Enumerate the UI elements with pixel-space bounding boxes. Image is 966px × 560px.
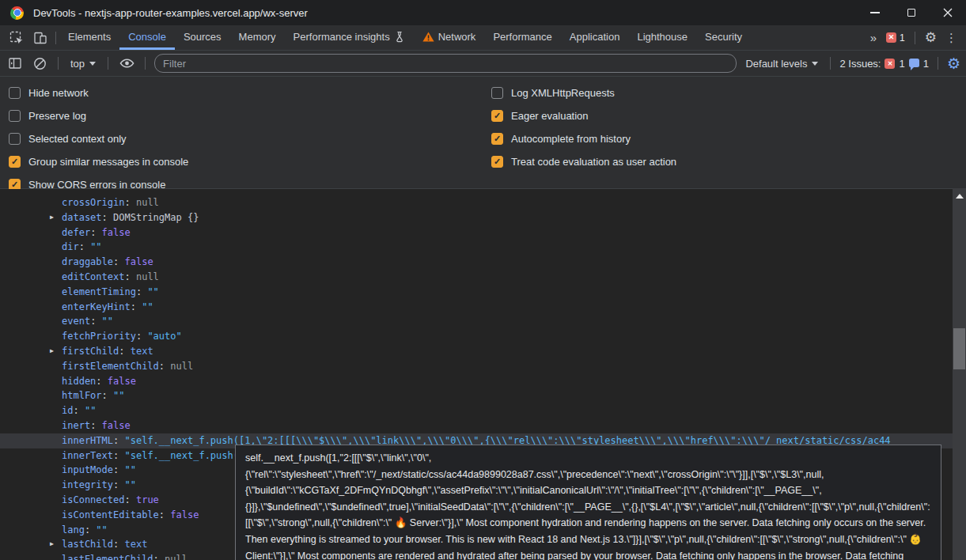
- property-name: id: [62, 405, 73, 416]
- tab-security[interactable]: Security: [696, 25, 751, 50]
- log-levels-dropdown[interactable]: Default levels: [742, 58, 821, 70]
- console-property-elementTiming[interactable]: elementTiming: "": [0, 285, 966, 300]
- property-name: lastChild: [62, 539, 113, 550]
- settings-gear-button[interactable]: ⚙: [925, 31, 937, 44]
- context-selector-label: top: [70, 58, 85, 70]
- issue-error-count: 1: [899, 58, 904, 70]
- tab-performance-insights[interactable]: Performance insights: [285, 25, 414, 50]
- console-error-counter[interactable]: ✕ 1: [886, 32, 905, 44]
- console-property-dataset[interactable]: ▶dataset: DOMStringMap {}: [0, 210, 966, 225]
- console-property-enterKeyHint[interactable]: enterKeyHint: "": [0, 300, 966, 315]
- console-property-defer[interactable]: defer: false: [0, 225, 966, 240]
- expand-arrow-icon[interactable]: ▶: [50, 537, 54, 552]
- tab-memory[interactable]: Memory: [230, 25, 285, 50]
- devtools-tabbar: ElementsConsoleSourcesMemoryPerformance …: [0, 25, 966, 51]
- property-value: "": [124, 464, 135, 475]
- property-name: inputMode: [62, 464, 113, 475]
- setting-preserve-log[interactable]: Preserve log: [9, 104, 188, 127]
- minimize-button[interactable]: [857, 0, 893, 25]
- settings-left-column: Hide networkPreserve logSelected context…: [9, 81, 188, 196]
- property-name: firstChild: [62, 346, 119, 357]
- property-value: text: [124, 539, 147, 550]
- property-name: innerText: [62, 450, 113, 461]
- checkbox-unchecked[interactable]: [9, 110, 21, 122]
- setting-autocomplete-from-history[interactable]: ✓Autocomplete from history: [491, 127, 676, 150]
- checkbox-unchecked[interactable]: [9, 133, 21, 145]
- console-property-crossOrigin[interactable]: crossOrigin: null: [0, 195, 966, 210]
- property-value: "": [147, 286, 158, 297]
- console-property-fetchPriority[interactable]: fetchPriority: "auto": [0, 329, 966, 344]
- checkbox-label: Eager evaluation: [511, 110, 589, 122]
- property-name: inert: [62, 420, 90, 431]
- setting-group-similar-messages-in-console[interactable]: ✓Group similar messages in console: [9, 150, 188, 173]
- separator: :: [90, 316, 101, 327]
- property-value: "": [85, 405, 96, 416]
- console-property-inert[interactable]: inert: false: [0, 418, 966, 433]
- tab-performance[interactable]: Performance: [484, 25, 560, 50]
- property-value: DOMStringMap {}: [113, 212, 199, 223]
- separator: :: [136, 286, 147, 297]
- setting-selected-context-only[interactable]: Selected context only: [9, 127, 188, 150]
- tab-label: Console: [128, 31, 166, 43]
- tab-lighthouse[interactable]: Lighthouse: [628, 25, 696, 50]
- close-button[interactable]: [930, 0, 966, 25]
- console-property-id[interactable]: id: "": [0, 403, 966, 418]
- property-name: elementTiming: [62, 286, 136, 297]
- checkbox-label: Selected context only: [28, 133, 127, 145]
- separator: :: [113, 464, 124, 475]
- setting-log-xmlhttprequests[interactable]: Log XMLHttpRequests: [491, 81, 676, 104]
- expand-arrow-icon[interactable]: ▶: [50, 344, 54, 359]
- tab-sources[interactable]: Sources: [175, 25, 230, 50]
- checkbox-checked[interactable]: ✓: [491, 133, 503, 145]
- kebab-menu-button[interactable]: ⋮: [943, 31, 960, 45]
- live-expression-eye-button[interactable]: [117, 54, 136, 73]
- setting-treat-code-evaluation-as-user-action[interactable]: ✓Treat code evaluation as user action: [491, 150, 676, 173]
- checkbox-label: Hide network: [28, 87, 89, 99]
- checkbox-label: Treat code evaluation as user action: [511, 156, 676, 168]
- checkbox-checked[interactable]: ✓: [491, 110, 503, 122]
- checkbox-unchecked[interactable]: [491, 87, 503, 99]
- issue-error-icon: ✕: [885, 59, 895, 69]
- javascript-context-selector[interactable]: top: [67, 58, 99, 70]
- console-property-firstElementChild[interactable]: firstElementChild: null: [0, 359, 966, 374]
- inspect-element-button[interactable]: [5, 25, 28, 50]
- separator: :: [119, 346, 130, 357]
- tab-label: Network: [438, 31, 476, 43]
- property-value: text: [131, 346, 153, 357]
- issues-counter[interactable]: 2 Issues: ✕ 1 1: [839, 58, 929, 70]
- setting-eager-evaluation[interactable]: ✓Eager evaluation: [491, 104, 676, 127]
- console-property-firstChild[interactable]: ▶firstChild: text: [0, 344, 966, 359]
- close-icon: [943, 8, 953, 17]
- console-property-dir[interactable]: dir: "": [0, 240, 966, 255]
- maximize-button[interactable]: [893, 0, 930, 25]
- console-property-htmlFor[interactable]: htmlFor: "": [0, 388, 966, 403]
- console-settings-button[interactable]: ⚙: [947, 56, 960, 71]
- device-toolbar-button[interactable]: [28, 25, 52, 50]
- console-property-editContext[interactable]: editContext: null: [0, 270, 966, 285]
- property-name: dataset: [62, 212, 102, 223]
- scroll-up-icon[interactable]: [956, 194, 964, 199]
- filter-input[interactable]: [154, 54, 737, 73]
- tab-network[interactable]: Network: [414, 25, 485, 50]
- console-property-draggable[interactable]: draggable: false: [0, 255, 966, 270]
- innerhtml-value-tooltip: self.__next_f.push([1,"2:[[[\"$\",\"link…: [235, 445, 941, 560]
- tab-elements[interactable]: Elements: [59, 25, 119, 50]
- more-tabs-button[interactable]: »: [867, 31, 880, 44]
- vertical-scrollbar[interactable]: [953, 188, 966, 560]
- checkbox-checked[interactable]: ✓: [9, 156, 21, 168]
- expand-arrow-icon[interactable]: ▶: [50, 210, 54, 225]
- console-property-hidden[interactable]: hidden: false: [0, 374, 966, 389]
- tab-console[interactable]: Console: [119, 25, 175, 50]
- scrollbar-thumb[interactable]: [953, 328, 965, 369]
- console-property-event[interactable]: event: "": [0, 314, 966, 329]
- separator: :: [102, 390, 113, 401]
- checkbox-label: Group similar messages in console: [28, 156, 188, 168]
- property-value: false: [102, 420, 131, 431]
- console-sidebar-toggle-button[interactable]: [6, 54, 25, 73]
- checkbox-unchecked[interactable]: [9, 87, 21, 99]
- divider: [938, 57, 938, 70]
- setting-hide-network[interactable]: Hide network: [9, 81, 188, 104]
- clear-console-button[interactable]: [30, 54, 49, 73]
- checkbox-checked[interactable]: ✓: [491, 156, 503, 168]
- tab-application[interactable]: Application: [561, 25, 629, 50]
